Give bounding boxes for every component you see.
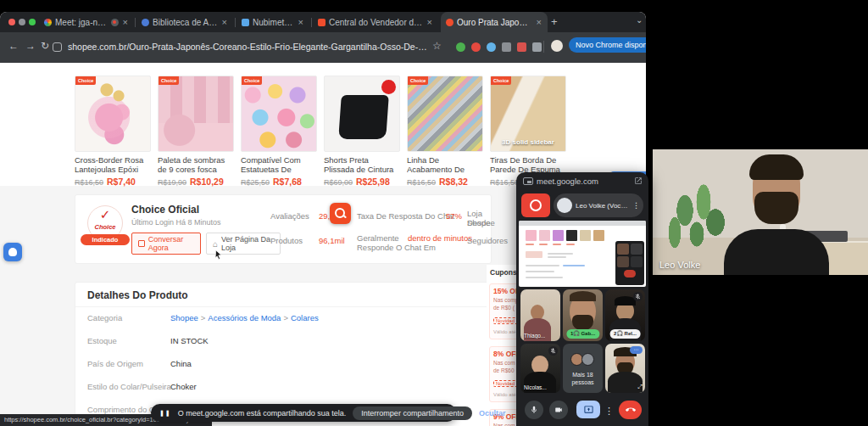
shopee-seller-favicon [318, 19, 326, 26]
tab-close-icon[interactable]: × [122, 18, 129, 26]
camera-button[interactable] [549, 401, 568, 419]
minimize-window-button[interactable] [19, 19, 25, 25]
forward-icon[interactable]: → [25, 40, 36, 52]
stop-sharing-button[interactable]: Interromper compartilhamento [353, 406, 472, 420]
close-window-button[interactable] [8, 19, 15, 25]
more-people-line2: pessoas [571, 379, 593, 385]
chrome-update-label: Novo Chrome disponível [576, 41, 646, 49]
old-price: R$19,90 [158, 178, 186, 187]
tab-nubimetrics[interactable]: Nubimetrics × [236, 12, 309, 32]
mini-line [526, 271, 554, 272]
divider [75, 306, 491, 307]
mini-line [526, 265, 559, 266]
breadcrumb-link-shopee[interactable]: Shopee [170, 313, 198, 322]
presenter-menu-icon[interactable]: ⋮ [632, 201, 640, 210]
choice-logo-text: Choice [88, 223, 122, 231]
hide-button[interactable]: Ocultar [479, 409, 506, 418]
choice-badge: Choice [491, 76, 511, 85]
bookmark-star-icon[interactable]: ☆ [432, 40, 442, 52]
floating-widget-button[interactable] [3, 243, 22, 261]
participant-hair [570, 291, 596, 301]
store-last-login: Último Login Há 8 Minutos [131, 218, 221, 227]
recording-button[interactable] [521, 193, 550, 217]
more-options-icon[interactable]: ⋮ [604, 406, 614, 417]
person-beard [754, 192, 798, 224]
product-card[interactable]: Choice Linha De Acabamento De Parede 3D … [407, 76, 483, 187]
product-card[interactable]: Choice 3D solid sidebar Tiras De Borda D… [490, 76, 566, 187]
reload-icon[interactable]: ↻ [41, 40, 49, 52]
old-price: R$16,50 [407, 178, 436, 187]
self-options-badge[interactable]: ⋯ [630, 346, 643, 354]
maximize-window-button[interactable] [29, 19, 36, 25]
site-info-icon[interactable] [53, 42, 62, 52]
tab-close-icon[interactable]: × [298, 18, 304, 26]
participant-tile-gab[interactable]: 1🎧 Gab... [563, 289, 603, 341]
product-card[interactable]: Choice Compatível Com Estatuetas De Dese… [241, 76, 317, 187]
product-card[interactable]: Choice Paleta de sombras de 9 cores fosc… [158, 76, 234, 187]
nubimetrics-favicon [242, 19, 249, 26]
tab-product-active[interactable]: Ouro Prata Japonês Coreano × [441, 12, 548, 32]
meet-titlebar[interactable]: meet.google.com [516, 172, 648, 190]
tab-ads-library[interactable]: Biblioteca de Anúncios × [136, 12, 233, 32]
webcam-name-label: Leo Volke [659, 260, 700, 270]
mic-button[interactable] [525, 401, 543, 419]
present-screen-button[interactable] [576, 401, 600, 418]
participant-name: Nicolas... [524, 384, 547, 390]
choice-badge: Choice [159, 76, 179, 85]
participant-name: Thiago... [524, 333, 545, 339]
address-bar[interactable]: shopee.com.br/Ouro-Prata-Japonês-Coreano… [68, 42, 427, 52]
detail-value: Choker [170, 382, 197, 391]
new-tab-button[interactable]: + [551, 15, 558, 28]
pause-icon: ❚❚ [159, 410, 171, 417]
mic-off-icon [548, 346, 558, 356]
mini-line [566, 244, 575, 245]
chat-icon [138, 240, 145, 247]
price: R$7,40 [107, 177, 136, 187]
shop-icon: ⌂ [213, 239, 218, 249]
open-in-browser-icon[interactable] [634, 177, 643, 185]
extension-icon-blue[interactable] [487, 42, 496, 52]
product-image: Choice [75, 76, 151, 152]
self-view-tile[interactable]: ⋯ ⤢ [605, 344, 645, 393]
browser-toolbar: ← → ↻ shopee.com.br/Ouro-Prata-Japonês-C… [0, 32, 646, 63]
responds-label-2: Responde O Chat Em [357, 243, 436, 252]
breadcrumb-link-category[interactable]: Acessórios de Moda [208, 313, 281, 322]
tab-close-icon[interactable]: × [426, 18, 433, 26]
chat-now-button[interactable]: Conversar Agora [131, 233, 201, 255]
product-card[interactable]: Shorts Preta Plissada de Cintura Alta 20… [324, 76, 400, 187]
leave-call-button[interactable] [619, 401, 642, 419]
expand-icon[interactable]: ⤢ [637, 384, 643, 390]
tab-close-icon[interactable]: × [536, 18, 542, 26]
product-title: Tiras De Borda De Parede De Espuma 3D... [490, 155, 566, 174]
extension-icon-red[interactable] [471, 42, 481, 52]
responds-value: dentro de minutos [408, 233, 472, 243]
extension-icon-grey[interactable] [502, 42, 511, 52]
mouse-cursor [214, 249, 223, 261]
extension-icon-pink[interactable] [517, 42, 526, 52]
product-title: Linha De Acabamento De Parede 3D Anticol… [407, 155, 483, 174]
participant-tile-rel[interactable]: 2🎧 Rel... [605, 289, 645, 341]
profile-avatar[interactable] [551, 40, 563, 52]
extension-icon-green[interactable] [456, 42, 465, 52]
meet-favicon [44, 19, 52, 26]
tab-close-icon[interactable]: × [221, 18, 228, 26]
mini-line [526, 244, 534, 245]
avatar [581, 353, 594, 366]
search-fab-button[interactable] [330, 203, 351, 224]
shared-screen-preview[interactable] [519, 221, 646, 287]
product-card[interactable]: Choice Cross-Border Rosa Lantejoulas Epó… [75, 76, 151, 187]
extensions-puzzle-icon[interactable] [532, 42, 542, 52]
tab-seller-central[interactable]: Central do Vendedor da Shop × [313, 12, 438, 32]
choice-badge: Choice [408, 76, 428, 85]
mini-tile [631, 244, 643, 255]
tab-search-chevron-icon[interactable]: ⌄ [636, 15, 643, 25]
back-icon[interactable]: ← [8, 40, 19, 52]
person-hair [749, 154, 804, 180]
breadcrumb-link-subcategory[interactable]: Colares [291, 313, 319, 322]
tab-meet[interactable]: Meet: jga-nwzk-tod × [39, 12, 134, 32]
presenter-pill[interactable]: Leo Volke (Você, apresent... ⋮ [554, 193, 643, 217]
participant-tile-thiago[interactable]: Thiago... [520, 289, 560, 341]
more-people-tile[interactable]: Mais 18pessoas [563, 344, 603, 393]
chrome-update-button[interactable]: Novo Chrome disponível ⋮ [569, 37, 646, 53]
participant-tile-nicolas[interactable]: Nicolas... [520, 344, 560, 393]
